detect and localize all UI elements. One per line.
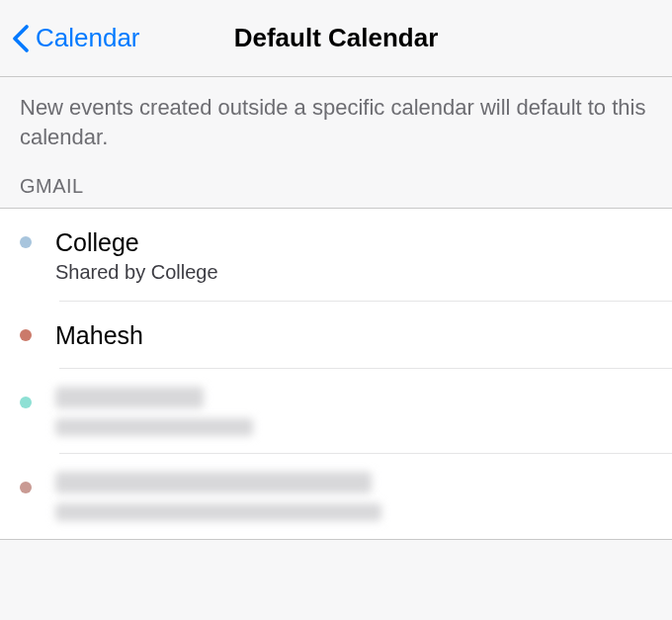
chevron-left-icon — [12, 24, 30, 53]
calendar-content: Mahesh — [55, 319, 143, 352]
calendar-subtitle: Shared by College — [55, 261, 218, 284]
calendar-content — [55, 387, 253, 436]
calendar-row[interactable]: Mahesh — [0, 302, 672, 370]
section-header: GMAIL — [0, 175, 672, 208]
calendar-row[interactable]: CollegeShared by College — [0, 209, 672, 302]
calendar-name: College — [55, 226, 218, 259]
blurred-title — [55, 387, 204, 408]
navbar: Calendar Default Calendar — [0, 0, 672, 77]
calendar-row[interactable] — [0, 454, 672, 539]
blurred-title — [55, 472, 372, 493]
calendar-name: Mahesh — [55, 319, 143, 352]
page-title: Default Calendar — [234, 23, 439, 53]
calendar-color-dot — [20, 236, 32, 248]
blurred-subtitle — [55, 418, 253, 436]
calendar-color-dot — [20, 397, 32, 408]
calendar-row[interactable] — [0, 369, 672, 454]
calendar-list: CollegeShared by CollegeMahesh — [0, 208, 672, 540]
calendar-content: CollegeShared by College — [55, 226, 218, 284]
description-text: New events created outside a specific ca… — [0, 77, 672, 175]
calendar-color-dot — [20, 329, 32, 341]
back-label: Calendar — [36, 23, 140, 53]
blurred-subtitle — [55, 503, 381, 521]
calendar-color-dot — [20, 482, 32, 493]
calendar-content — [55, 472, 381, 521]
back-button[interactable]: Calendar — [0, 23, 140, 53]
